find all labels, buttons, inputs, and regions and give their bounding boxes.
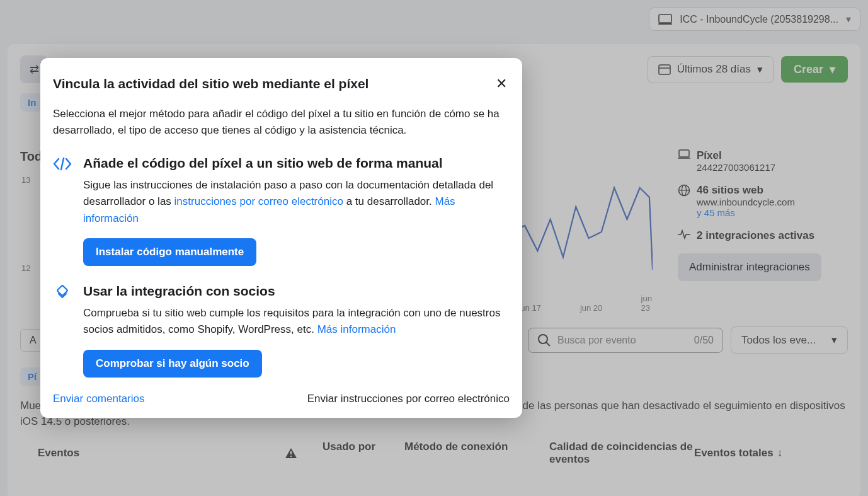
- install-manually-button[interactable]: Instalar código manualmente: [83, 238, 256, 266]
- email-instructions-link[interactable]: instrucciones por correo electrónico: [174, 195, 343, 207]
- close-icon: ✕: [496, 76, 507, 91]
- option-manual: Añade el código del píxel a un sitio web…: [53, 156, 510, 266]
- option-manual-title: Añade el código del píxel a un sitio web…: [83, 156, 510, 171]
- modal-description: Selecciona el mejor método para añadir e…: [53, 106, 510, 138]
- learn-more-link[interactable]: Más información: [317, 323, 396, 335]
- check-partner-button[interactable]: Comprobar si hay algún socio: [83, 350, 262, 378]
- close-button[interactable]: ✕: [493, 73, 510, 95]
- pixel-setup-modal: Vincula la actividad del sitio web media…: [40, 58, 522, 418]
- option-manual-desc: Sigue las instrucciones de instalación p…: [83, 177, 510, 227]
- option-partner: Usar la integración con socios Comprueba…: [53, 284, 510, 378]
- svg-line-13: [61, 158, 64, 170]
- handshake-icon: [53, 284, 73, 378]
- send-feedback-link[interactable]: Enviar comentarios: [53, 393, 145, 405]
- modal-header: Vincula la actividad del sitio web media…: [53, 73, 510, 95]
- send-email-instructions-link[interactable]: Enviar instrucciones por correo electrón…: [307, 393, 510, 405]
- option-partner-title: Usar la integración con socios: [83, 284, 510, 299]
- option-partner-desc: Comprueba si tu sitio web cumple los req…: [83, 305, 510, 338]
- code-icon: [53, 156, 73, 266]
- modal-title: Vincula la actividad del sitio web media…: [53, 76, 493, 91]
- modal-footer: Enviar comentarios Enviar instrucciones …: [40, 378, 522, 405]
